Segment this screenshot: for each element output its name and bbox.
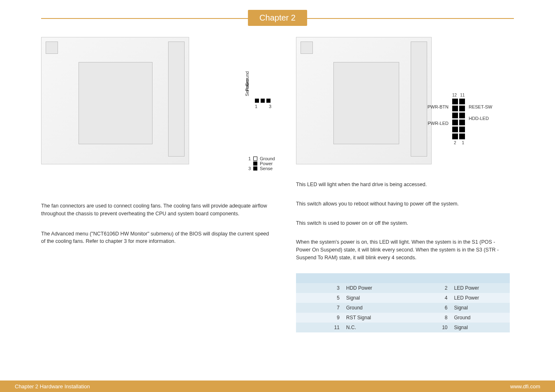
fp-label-pwr-led: PWR-LED: [428, 121, 449, 126]
fp-label-hdd-led: HDD-LED: [469, 116, 489, 121]
motherboard-diagram-left: [41, 37, 189, 164]
table-row: 11 N.C. 10 Signal: [296, 323, 510, 332]
table-row: 9 RST Signal 8 Ground: [296, 313, 510, 323]
fan-top-label-sense: Sense: [245, 83, 250, 96]
fan-top-pin-diagram: 1 3: [255, 99, 271, 109]
table-row: 5 Signal 4 LED Power: [296, 293, 510, 303]
motherboard-diagram-right: [296, 37, 432, 164]
table-row: 3 HDD Power 2 LED Power: [296, 283, 510, 293]
fan-side-pin-diagram: 1Ground Power 3Sense: [247, 156, 275, 171]
footer-right: www.dfi.com: [510, 383, 540, 390]
fp-num-2: 2: [454, 141, 456, 145]
chapter-tab: Chapter 2: [248, 10, 307, 26]
hdd-led-text: This LED will light when the hard drive …: [296, 181, 510, 189]
pwr-led-text: When the system's power is on, this LED …: [296, 238, 510, 261]
fan-description-1: The fan connectors are used to connect c…: [41, 202, 271, 218]
fan-side-lab-sense: Sense: [260, 166, 273, 171]
front-panel-header-diagram: 12 11 2 1 PWR-BTN PWR-LED RESET-SW HDD-L…: [452, 99, 465, 139]
fp-label-reset-sw: RESET-SW: [469, 104, 492, 109]
front-panel-pin-table: 3 HDD Power 2 LED Power 5 Signal 4 LED P…: [296, 273, 510, 332]
table-row: 7 Ground 6 Signal: [296, 303, 510, 313]
fan-side-lab-ground: Ground: [260, 156, 275, 161]
fan-top-labels: Ground Power Sense: [250, 81, 271, 96]
fan-top-pin-3: 3: [269, 104, 271, 109]
pin-table-body: 3 HDD Power 2 LED Power 5 Signal 4 LED P…: [296, 283, 510, 332]
fp-num-1: 1: [462, 141, 465, 145]
page-footer: Chapter 2 Hardware Installation www.dfi.…: [0, 380, 555, 392]
footer-left: Chapter 2 Hardware Installation: [15, 383, 90, 390]
fan-description-2: The Advanced menu ("NCT6106D HW Monitor"…: [41, 230, 271, 246]
pwr-btn-text: This switch is used to power on or off t…: [296, 219, 510, 227]
reset-sw-text: This switch allows you to reboot without…: [296, 200, 510, 208]
left-column: Ground Power Sense 1 3 1Ground Power 3Se…: [41, 37, 271, 245]
fp-label-pwr-btn: PWR-BTN: [428, 104, 449, 109]
header-bar: Chapter 2: [0, 6, 555, 22]
fp-num-11: 11: [460, 93, 465, 97]
right-column: 12 11 2 1 PWR-BTN PWR-LED RESET-SW HDD-L…: [296, 37, 510, 332]
fan-top-pin-1: 1: [255, 104, 257, 109]
fan-side-lab-power: Power: [260, 161, 273, 166]
fp-num-12: 12: [452, 93, 457, 97]
